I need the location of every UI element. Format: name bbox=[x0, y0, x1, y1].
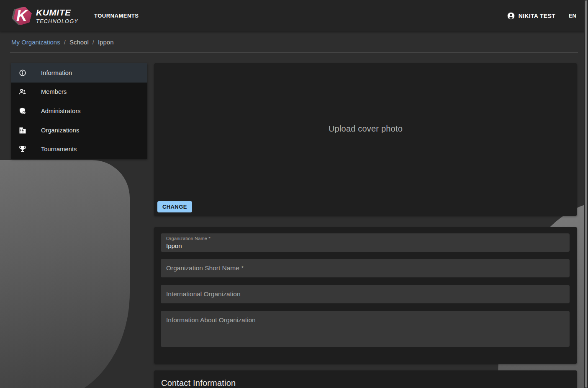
change-cover-button[interactable]: CHANGE bbox=[157, 201, 192, 212]
sidebar-item-label: Members bbox=[41, 88, 67, 95]
contact-section-title: Contact Information bbox=[161, 378, 577, 388]
nav-tournaments[interactable]: TOURNAMENTS bbox=[94, 13, 139, 19]
user-name: NIKITA TEST bbox=[519, 13, 555, 19]
brand-name: KUMITE bbox=[36, 8, 78, 18]
account-circle-icon bbox=[507, 12, 515, 20]
language-switcher[interactable]: EN bbox=[569, 13, 576, 19]
logo-hexagon-icon: K bbox=[13, 5, 32, 27]
breadcrumb-current: Ippon bbox=[98, 39, 114, 46]
kumite-logo[interactable]: K KUMITE TECHNOLOGY bbox=[13, 5, 78, 27]
international-organization-input[interactable]: International Organization bbox=[161, 285, 570, 303]
sidebar-item-label: Organizations bbox=[41, 127, 79, 134]
sidebar-item-organizations[interactable]: Organizations bbox=[11, 121, 147, 140]
breadcrumb-my-organizations[interactable]: My Organizations bbox=[11, 39, 60, 46]
sidebar-item-administrators[interactable]: Administrators bbox=[11, 101, 147, 121]
admin-shield-icon bbox=[18, 107, 27, 115]
field-placeholder: Organization Short Name * bbox=[166, 264, 244, 272]
information-about-organization-input[interactable]: Information About Organization bbox=[161, 311, 570, 347]
sidebar-item-label: Information bbox=[41, 70, 72, 76]
sidebar-item-tournaments[interactable]: Tournaments bbox=[11, 140, 147, 159]
app-header: K KUMITE TECHNOLOGY TOURNAMENTS NIKITA T… bbox=[0, 0, 588, 31]
page-scrollbar[interactable] bbox=[585, 0, 587, 388]
organization-sidebar: Information Members Administrators Organ… bbox=[11, 63, 147, 159]
cover-photo-card: Upload cover photo CHANGE bbox=[154, 63, 577, 216]
sidebar-item-information[interactable]: Information bbox=[11, 63, 147, 83]
upload-cover-placeholder: Upload cover photo bbox=[154, 124, 577, 134]
brand-tagline: TECHNOLOGY bbox=[36, 18, 78, 24]
field-placeholder: International Organization bbox=[166, 290, 241, 298]
sidebar-item-label: Tournaments bbox=[41, 146, 77, 153]
sidebar-item-members[interactable]: Members bbox=[11, 83, 147, 102]
field-value: Ippon bbox=[166, 242, 570, 249]
breadcrumb-separator: / bbox=[64, 39, 66, 46]
field-placeholder: Information About Organization bbox=[166, 316, 256, 324]
trophy-icon bbox=[18, 145, 27, 153]
breadcrumb: My Organizations / School / Ippon bbox=[10, 31, 578, 53]
breadcrumb-school: School bbox=[69, 39, 89, 46]
organization-name-input[interactable]: Organization Name * Ippon bbox=[161, 233, 570, 252]
breadcrumb-separator: / bbox=[92, 39, 94, 46]
sidebar-item-label: Administrators bbox=[41, 108, 81, 114]
page-scrollbar-track bbox=[584, 0, 588, 388]
logo-monogram: K bbox=[13, 8, 30, 24]
building-icon bbox=[18, 126, 27, 135]
group-icon bbox=[18, 88, 27, 96]
organization-short-name-input[interactable]: Organization Short Name * bbox=[161, 259, 570, 277]
field-label: Organization Name * bbox=[166, 236, 570, 241]
organization-form-card: Organization Name * Ippon Organization S… bbox=[154, 227, 577, 364]
contact-information-card: Contact Information bbox=[154, 370, 577, 388]
user-menu[interactable]: NIKITA TEST bbox=[507, 12, 555, 20]
background-shape-left bbox=[0, 160, 130, 388]
info-icon bbox=[18, 69, 27, 77]
